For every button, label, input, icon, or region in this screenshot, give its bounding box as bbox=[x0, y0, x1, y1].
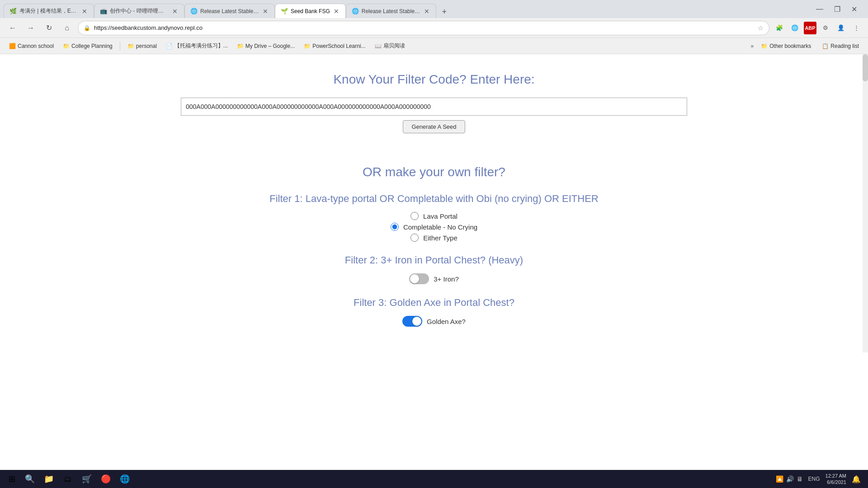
sys-tray-arrow[interactable]: 🔼 bbox=[776, 475, 783, 483]
adblock-icon[interactable]: ABP bbox=[804, 22, 816, 34]
filter-1-radio-either[interactable] bbox=[410, 234, 419, 242]
filter-1-option-completable-label: Completable - No Crying bbox=[403, 223, 477, 231]
bookmark-college-label: College Planning bbox=[71, 43, 113, 49]
bookmark-my-drive[interactable]: 📁 My Drive – Google... bbox=[233, 41, 298, 51]
filter-3-toggle-slider bbox=[402, 316, 422, 327]
bookmark-toefl-icon: 📄 bbox=[166, 43, 173, 49]
tab-1-close[interactable]: ✕ bbox=[81, 7, 88, 16]
or-heading: OR make your own filter? bbox=[363, 165, 505, 179]
sys-tray-icons: 🔼 🔊 🖥 bbox=[776, 475, 803, 483]
filter-2-toggle-container: 3+ Iron? bbox=[0, 273, 868, 284]
bookmark-shanbei[interactable]: 📖 扇贝阅读 bbox=[371, 40, 409, 52]
network-icon[interactable]: 🖥 bbox=[797, 475, 803, 483]
taskbar-clock[interactable]: 12:27 AM 6/6/2021 bbox=[826, 473, 846, 486]
bookmark-reading-label: Reading list bbox=[830, 43, 859, 49]
window-controls: — ❐ ✕ bbox=[812, 3, 864, 15]
taskview-taskbar-icon: 🗂 bbox=[64, 474, 72, 484]
scrollbar-thumb[interactable] bbox=[863, 54, 868, 81]
bookmark-reading[interactable]: 📋 Reading list bbox=[818, 41, 863, 51]
taskbar-task-view[interactable]: 🗂 bbox=[60, 471, 76, 487]
scrollbar[interactable] bbox=[863, 54, 868, 352]
notification-icon[interactable]: 🔔 bbox=[852, 475, 861, 483]
taskbar-browser[interactable]: 🌐 bbox=[117, 471, 133, 487]
bookmark-drive-label: My Drive – Google... bbox=[245, 43, 295, 49]
profile-icon[interactable]: 👤 bbox=[835, 22, 847, 34]
store-taskbar-icon: 🛒 bbox=[82, 474, 92, 484]
bookmark-personal-label: personal bbox=[136, 43, 157, 49]
filter-3-toggle[interactable] bbox=[402, 316, 422, 327]
forward-button[interactable]: → bbox=[24, 21, 38, 35]
bookmark-cannon-icon: 🟧 bbox=[9, 43, 16, 49]
bookmark-ps-label: PowerSchool Learni... bbox=[312, 43, 365, 49]
tab-5-favicon: 🌐 bbox=[352, 8, 359, 14]
bookmark-personal-icon: 📁 bbox=[127, 43, 134, 49]
reload-button[interactable]: ↻ bbox=[42, 21, 56, 35]
volume-icon[interactable]: 🔊 bbox=[786, 475, 794, 483]
bookmark-other-label: Other bookmarks bbox=[769, 43, 811, 49]
tab-4-title: Seed Bank FSG bbox=[291, 8, 330, 14]
filter-2-toggle[interactable] bbox=[409, 273, 429, 284]
filter-3-toggle-container: Golden Axe? bbox=[0, 316, 868, 327]
tab-2-title: 创作中心 - 哔哩哔哩弹幕... bbox=[110, 7, 169, 15]
tab-2-close[interactable]: ✕ bbox=[171, 7, 179, 16]
tab-1-favicon: 🌿 bbox=[9, 8, 17, 14]
filter-1-radio-lava[interactable] bbox=[410, 212, 419, 220]
taskbar-icons: 🔍 📁 🗂 🛒 🔴 🌐 bbox=[22, 471, 774, 487]
bookmark-toefl[interactable]: 📄 【托福考满分练习】... bbox=[162, 40, 231, 52]
close-button[interactable]: ✕ bbox=[848, 3, 861, 15]
new-tab-button[interactable]: + bbox=[438, 5, 451, 18]
windows-icon: ⊞ bbox=[9, 474, 15, 484]
nav-bar: ← → ↻ ⌂ 🔒 https://seedbankcustom.andynov… bbox=[0, 18, 868, 38]
taskbar-store[interactable]: 🛒 bbox=[79, 471, 95, 487]
filter-code-input[interactable] bbox=[181, 98, 687, 116]
bookmark-college-planning[interactable]: 📁 College Planning bbox=[59, 41, 116, 51]
taskbar-search[interactable]: 🔍 bbox=[22, 471, 38, 487]
tab-2[interactable]: 📺 创作中心 - 哔哩哔哩弹幕... ✕ bbox=[94, 4, 184, 18]
menu-icon[interactable]: ⋮ bbox=[850, 22, 863, 34]
tab-5[interactable]: 🌐 Release Latest Stable Rele... ✕ bbox=[346, 4, 436, 18]
address-text: https://seedbankcustom.andynovo.repl.co bbox=[94, 24, 754, 31]
edge-wallet-icon[interactable]: 🌐 bbox=[788, 22, 801, 34]
filter-1-option-either[interactable]: Either Type bbox=[410, 234, 458, 242]
bookmark-star-icon[interactable]: ☆ bbox=[758, 24, 764, 32]
bookmark-other[interactable]: 📁 Other bookmarks bbox=[757, 41, 815, 51]
minimize-button[interactable]: — bbox=[812, 3, 827, 15]
filter-1-option-completable[interactable]: Completable - No Crying bbox=[391, 223, 477, 231]
tab-5-title: Release Latest Stable Rele... bbox=[362, 8, 420, 14]
tab-3-close[interactable]: ✕ bbox=[262, 7, 269, 16]
or-section: OR make your own filter? bbox=[363, 165, 505, 179]
bookmarks-more-icon[interactable]: » bbox=[751, 43, 754, 49]
lock-icon: 🔒 bbox=[84, 25, 90, 31]
lang-indicator[interactable]: ENG bbox=[808, 476, 820, 482]
filter-1-radio-completable[interactable] bbox=[391, 223, 399, 231]
filter-1-option-lava[interactable]: Lava Portal bbox=[410, 212, 458, 220]
tab-4-close[interactable]: ✕ bbox=[333, 7, 340, 16]
taskbar-file-explorer[interactable]: 📁 bbox=[41, 471, 57, 487]
tab-1-title: 考满分 | 模考结果，ETS官 bbox=[19, 7, 78, 15]
extensions-icon[interactable]: 🧩 bbox=[773, 22, 786, 34]
bookmark-shanbei-label: 扇贝阅读 bbox=[383, 42, 405, 50]
taskbar-red-icon[interactable]: 🔴 bbox=[98, 471, 114, 487]
title-bar: 🌿 考满分 | 模考结果，ETS官 ✕ 📺 创作中心 - 哔哩哔哩弹幕... ✕… bbox=[0, 0, 868, 18]
back-button[interactable]: ← bbox=[5, 21, 20, 35]
filter-code-heading: Know Your Filter Code? Enter Here: bbox=[0, 72, 868, 87]
filter-1-label: Filter 1: Lava-type portal OR Completabl… bbox=[0, 193, 868, 205]
filter-1-option-lava-label: Lava Portal bbox=[423, 212, 458, 220]
start-button[interactable]: ⊞ bbox=[4, 471, 20, 487]
bookmark-college-icon: 📁 bbox=[63, 43, 70, 49]
settings-icon[interactable]: ⚙ bbox=[819, 22, 832, 34]
bookmark-personal[interactable]: 📁 personal bbox=[124, 41, 160, 51]
tab-1[interactable]: 🌿 考满分 | 模考结果，ETS官 ✕ bbox=[4, 4, 94, 18]
tab-5-close[interactable]: ✕ bbox=[423, 7, 430, 16]
address-bar[interactable]: 🔒 https://seedbankcustom.andynovo.repl.c… bbox=[78, 21, 769, 35]
bookmark-powerschool[interactable]: 📁 PowerSchool Learni... bbox=[300, 41, 369, 51]
home-button[interactable]: ⌂ bbox=[60, 21, 74, 35]
bookmark-cannon-school[interactable]: 🟧 Cannon school bbox=[5, 41, 57, 51]
browser-frame: 🌿 考满分 | 模考结果，ETS官 ✕ 📺 创作中心 - 哔哩哔哩弹幕... ✕… bbox=[0, 0, 868, 470]
page-content: Know Your Filter Code? Enter Here: Gener… bbox=[0, 54, 868, 470]
generate-seed-button[interactable]: Generate A Seed bbox=[403, 120, 465, 133]
tab-4-active[interactable]: 🌱 Seed Bank FSG ✕ bbox=[275, 4, 346, 18]
maximize-button[interactable]: ❐ bbox=[830, 3, 844, 15]
tab-3[interactable]: 🌐 Release Latest Stable Rele... ✕ bbox=[184, 4, 275, 18]
bookmark-drive-icon: 📁 bbox=[237, 43, 244, 49]
